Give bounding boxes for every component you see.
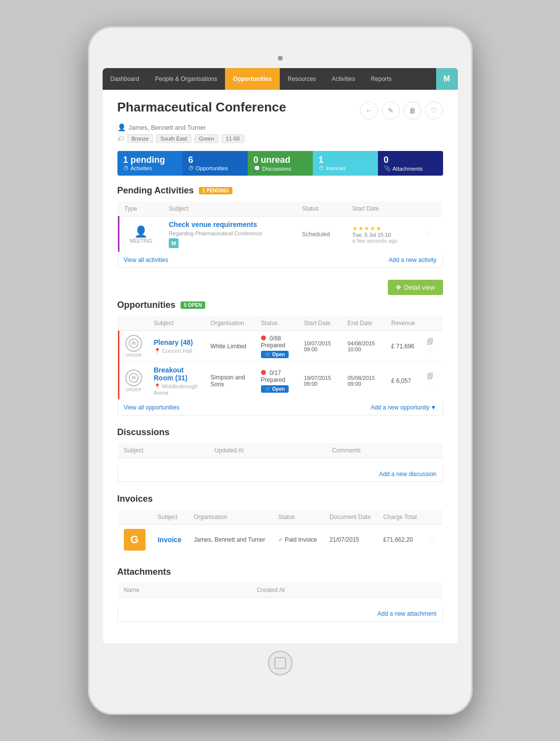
star-rating: ★★★★★ [352, 225, 412, 232]
opport-status-cell-1: 0/68 Prepared 🛒 Open [255, 331, 298, 362]
table-row: G Invoice James, Bennett and Turner ✓ Pa… [117, 525, 443, 555]
header-actions: ← ✎ 🗑 ♡ [360, 102, 443, 119]
col-status: Status [296, 201, 346, 217]
stat-invoices[interactable]: 1 ⏱ Invoices [313, 151, 378, 176]
activity-subject-cell: Check venue requirements Regarding Pharm… [163, 217, 296, 253]
heart-icon-2[interactable]: ♡ [427, 381, 434, 389]
stat-disc-label: 💬 Discussions [254, 165, 307, 172]
view-all-opport-link[interactable]: View all opportunities [124, 404, 180, 411]
invoice-heart-icon[interactable]: ♡ [429, 536, 436, 544]
opport-type-cell-2: ORDER [118, 362, 148, 400]
tablet-screen: Dashboard People & Organisations Opportu… [103, 68, 458, 643]
user-avatar[interactable]: M [436, 68, 458, 90]
add-discussion-link[interactable]: Add a new discussion [379, 471, 436, 478]
camera [278, 56, 283, 61]
nav-activities[interactable]: Activities [324, 68, 363, 90]
pending-activities-section: Pending Activities 1 PENDING Type Subjec… [117, 185, 443, 268]
invoice-subject-link[interactable]: Invoice [157, 536, 181, 544]
detail-view-button[interactable]: ✥ Detail view [388, 280, 443, 295]
stat-opport-num: 6 [188, 155, 242, 165]
opport-org1-1: Concert Hall [162, 348, 192, 354]
add-activity-link[interactable]: Add a new activity [389, 257, 437, 263]
activity-subject-link[interactable]: Check venue requirements [169, 221, 257, 228]
stat-att-num: 0 [384, 155, 437, 165]
opport-subject-link-2[interactable]: Breakout Room (31) [154, 366, 187, 382]
heart-icon-1[interactable]: ♡ [427, 346, 434, 355]
disc-col-comments: Comments [326, 443, 443, 458]
stat-discussions[interactable]: 0 unread 💬 Discussions [248, 151, 313, 176]
col-actions [418, 201, 443, 217]
favorite-button[interactable]: ♡ [425, 102, 443, 119]
inv-col-avatar [117, 510, 151, 525]
activity-status-cell: Scheduled [296, 217, 346, 253]
stats-bar: 1 pending ⏱ Activities 6 ⏱ Opportunities… [117, 151, 443, 176]
stat-opportunities[interactable]: 6 ⏱ Opportunities [183, 151, 248, 176]
nav-dashboard[interactable]: Dashboard [103, 68, 148, 90]
pending-badge: 1 PENDING [199, 187, 232, 194]
opport-end-cell-2: 05/08/2015 09:00 [341, 362, 385, 400]
person-activity-icon: 👤 [125, 225, 157, 238]
view-all-activities-link[interactable]: View all activities [124, 257, 168, 263]
attachments-title: Attachments [117, 567, 171, 577]
activity-date: Tue, 5 Jul 15:10 [352, 232, 412, 238]
add-opport-link[interactable]: Add a new opportunity [371, 404, 429, 411]
inv-avatar-cell: G [117, 525, 151, 555]
nav-people[interactable]: People & Organisations [147, 68, 225, 90]
stat-att-label: 📎 Attachments [384, 165, 437, 172]
stat-inv-num: 1 [319, 155, 372, 165]
inv-subject-cell: Invoice [151, 525, 187, 555]
tag-green: Green [194, 134, 219, 143]
col-start-date: Start Date [346, 201, 418, 217]
opport-type-cell-1: ORDER [118, 331, 148, 362]
invoices-table: Subject Organisation Status Document Dat… [117, 509, 443, 555]
invoices-title: Invoices [117, 494, 153, 504]
col-type: Type [118, 201, 163, 217]
back-button[interactable]: ← [360, 102, 378, 119]
discussions-header: Discussions [117, 427, 443, 438]
inv-date-cell: 21/07/2015 [324, 525, 377, 555]
table-row: ORDER Plenary (48) 📍 Concert Hall Whi [118, 331, 443, 362]
opport-col-type [118, 316, 148, 331]
stat-activities-label: ⏱ Activities [123, 165, 177, 171]
opport-subject-cell-2: Breakout Room (31) 📍 Middlesbrough Arena [148, 362, 205, 400]
inv-col-subject: Subject [151, 510, 187, 525]
table-row: ORDER Breakout Room (31) 📍 Middlesbrough… [118, 362, 443, 400]
stat-inv-label: ⏱ Invoices [319, 165, 372, 171]
inv-col-total: Charge Total [377, 510, 423, 525]
stat-activities[interactable]: 1 pending ⏱ Activities [117, 151, 183, 176]
delete-button[interactable]: 🗑 [404, 102, 421, 119]
copy-icon-1[interactable]: 🗐 [427, 338, 434, 346]
opport-revenue-cell-2: £ 6,057 [385, 362, 421, 400]
att-col-created: Created At [251, 583, 443, 598]
opport-end-cell-1: 04/08/2015 10:00 [341, 331, 385, 362]
invoices-header: Invoices [117, 494, 443, 504]
inv-total-cell: £71,662.20 [377, 525, 423, 555]
tags-row: 🏷 Bronze South East Green 11-50 [117, 134, 443, 143]
stat-attachments[interactable]: 0 📎 Attachments [378, 151, 443, 176]
nav-opportunities[interactable]: Opportunities [225, 68, 280, 90]
opport-col-revenue: Revenue [385, 316, 421, 331]
activities-table: Type Subject Status Start Date 👤 [117, 201, 443, 253]
activity-time-ago: a few seconds ago [352, 238, 412, 244]
opport-subject-link-1[interactable]: Plenary (48) [154, 338, 193, 346]
add-attachment-link[interactable]: Add a new attachment [377, 610, 436, 617]
cart-icon-2: 🛒 [265, 386, 271, 392]
opport-col-subject: Subject [148, 316, 205, 331]
heart-icon[interactable]: ♡ [424, 230, 431, 239]
location-pin-2: 📍 [154, 383, 161, 389]
inv-org-cell: James, Bennett and Turner [188, 525, 272, 555]
stat-activities-num: 1 pending [123, 155, 177, 165]
home-button[interactable] [268, 651, 293, 675]
opportunities-table: Subject Organisation Status Start Date E… [117, 315, 443, 400]
opport-col-end: End Date [341, 316, 385, 331]
activity-type-label: 👤 MEETING [125, 225, 157, 244]
nav-reports[interactable]: Reports [363, 68, 400, 90]
edit-button[interactable]: ✎ [382, 102, 400, 119]
disc-col-updated: Updated At [209, 443, 326, 458]
nav-resources[interactable]: Resources [280, 68, 324, 90]
copy-icon-2[interactable]: 🗐 [427, 372, 434, 380]
chat-icon: 💬 [254, 165, 261, 172]
activities-footer: View all activities Add a new activity [117, 253, 443, 268]
opport-col-org: Organisation [205, 316, 255, 331]
dropdown-arrow[interactable]: ▼ [431, 404, 437, 411]
